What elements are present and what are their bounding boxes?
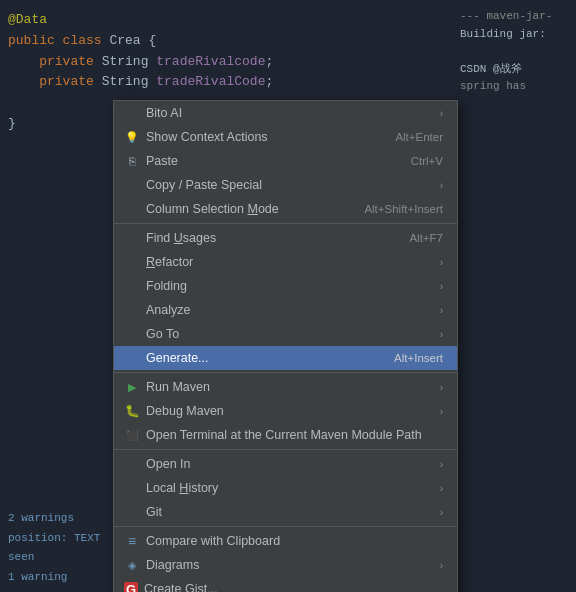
separator-1 <box>114 223 457 224</box>
code-editor: @Data public class Crea { private String… <box>0 0 120 145</box>
compare-icon: ≡ <box>124 533 140 549</box>
open-in-arrow: › <box>440 459 443 470</box>
code-line-5 <box>8 93 112 114</box>
local-history-arrow: › <box>440 483 443 494</box>
column-shortcut: Alt+Shift+Insert <box>364 203 443 215</box>
debug-maven-arrow: › <box>440 406 443 417</box>
menu-item-bito-ai[interactable]: Bito AI › <box>114 101 457 125</box>
paste-shortcut: Ctrl+V <box>411 155 443 167</box>
copy-paste-icon <box>124 177 140 193</box>
code-line-3: private String tradeRivalcode; <box>8 52 112 73</box>
find-usages-label: Find Usages <box>146 231 216 245</box>
folding-label: Folding <box>146 279 187 293</box>
menu-item-column-selection[interactable]: Column Selection Mode Alt+Shift+Insert <box>114 197 457 221</box>
refactor-icon <box>124 254 140 270</box>
paste-label: Paste <box>146 154 178 168</box>
bito-ai-icon <box>124 105 140 121</box>
column-icon <box>124 201 140 217</box>
analyze-icon <box>124 302 140 318</box>
debug-maven-label: Debug Maven <box>146 404 224 418</box>
warning-count-2: 1 warning <box>8 568 112 588</box>
copy-paste-arrow: › <box>440 180 443 191</box>
local-history-icon <box>124 480 140 496</box>
context-menu: Bito AI › 💡 Show Context Actions Alt+Ent… <box>113 100 458 592</box>
build-line-2: Building jar: <box>460 26 572 44</box>
folding-arrow: › <box>440 281 443 292</box>
separator-4 <box>114 526 457 527</box>
separator-2 <box>114 372 457 373</box>
open-in-icon <box>124 456 140 472</box>
generate-shortcut: Alt+Insert <box>394 352 443 364</box>
find-usages-shortcut: Alt+F7 <box>409 232 443 244</box>
run-maven-arrow: › <box>440 382 443 393</box>
show-context-actions-label: Show Context Actions <box>146 130 268 144</box>
code-line-2: public class Crea { <box>8 31 112 52</box>
build-line-4: CSDN @战斧 <box>460 61 572 79</box>
menu-item-generate[interactable]: Generate... Alt+Insert <box>114 346 457 370</box>
git-icon <box>124 504 140 520</box>
menu-item-copy-paste-special[interactable]: Copy / Paste Special › <box>114 173 457 197</box>
code-line-4: private String tradeRivalCode; <box>8 72 112 93</box>
menu-item-run-maven[interactable]: ▶ Run Maven › <box>114 375 457 399</box>
menu-item-local-history[interactable]: Local History › <box>114 476 457 500</box>
terminal-icon: ⬛ <box>124 427 140 443</box>
menu-item-debug-maven[interactable]: 🐛 Debug Maven › <box>114 399 457 423</box>
build-output-panel: --- maven-jar- Building jar: CSDN @战斧 sp… <box>456 0 576 592</box>
separator-3 <box>114 449 457 450</box>
compare-clipboard-label: Compare with Clipboard <box>146 534 280 548</box>
build-line-1: --- maven-jar- <box>460 8 572 26</box>
paste-icon: ⎘ <box>124 153 140 169</box>
show-context-actions-shortcut: Alt+Enter <box>395 131 443 143</box>
refactor-label: Refactor <box>146 255 193 269</box>
debug-maven-icon: 🐛 <box>124 403 140 419</box>
build-line-5: spring has <box>460 78 572 96</box>
menu-item-find-usages[interactable]: Find Usages Alt+F7 <box>114 226 457 250</box>
refactor-arrow: › <box>440 257 443 268</box>
analyze-arrow: › <box>440 305 443 316</box>
find-icon <box>124 230 140 246</box>
gist-red-icon: G <box>124 582 138 592</box>
run-maven-icon: ▶ <box>124 379 140 395</box>
analyze-label: Analyze <box>146 303 190 317</box>
cursor-position: position: TEXT seen <box>8 529 112 569</box>
code-line-1: @Data <box>8 10 112 31</box>
column-selection-label: Column Selection Mode <box>146 202 279 216</box>
diagrams-icon: ◈ <box>124 557 140 573</box>
status-bar: 2 warnings position: TEXT seen 1 warning <box>0 505 120 592</box>
menu-item-show-context-actions[interactable]: 💡 Show Context Actions Alt+Enter <box>114 125 457 149</box>
open-terminal-label: Open Terminal at the Current Maven Modul… <box>146 428 422 442</box>
generate-icon <box>124 350 140 366</box>
menu-item-open-terminal[interactable]: ⬛ Open Terminal at the Current Maven Mod… <box>114 423 457 447</box>
menu-item-git[interactable]: Git › <box>114 500 457 524</box>
code-line-6: } <box>8 114 112 135</box>
create-gist-red-label: Create Gist... <box>144 582 218 592</box>
copy-paste-label: Copy / Paste Special <box>146 178 262 192</box>
menu-item-go-to[interactable]: Go To › <box>114 322 457 346</box>
menu-item-folding[interactable]: Folding › <box>114 274 457 298</box>
build-line-3 <box>460 43 572 61</box>
goto-arrow: › <box>440 329 443 340</box>
menu-item-diagrams[interactable]: ◈ Diagrams › <box>114 553 457 577</box>
generate-label: Generate... <box>146 351 209 365</box>
bito-ai-arrow: › <box>440 108 443 119</box>
open-in-label: Open In <box>146 457 190 471</box>
go-to-label: Go To <box>146 327 179 341</box>
git-label: Git <box>146 505 162 519</box>
menu-item-create-gist-red[interactable]: G Create Gist... <box>114 577 457 592</box>
bulb-icon: 💡 <box>124 129 140 145</box>
menu-item-refactor[interactable]: Refactor › <box>114 250 457 274</box>
local-history-label: Local History <box>146 481 218 495</box>
menu-item-analyze[interactable]: Analyze › <box>114 298 457 322</box>
bito-ai-label: Bito AI <box>146 106 182 120</box>
run-maven-label: Run Maven <box>146 380 210 394</box>
warning-count: 2 warnings <box>8 509 112 529</box>
menu-item-compare-clipboard[interactable]: ≡ Compare with Clipboard <box>114 529 457 553</box>
goto-icon <box>124 326 140 342</box>
diagrams-arrow: › <box>440 560 443 571</box>
menu-item-open-in[interactable]: Open In › <box>114 452 457 476</box>
diagrams-label: Diagrams <box>146 558 200 572</box>
folding-icon <box>124 278 140 294</box>
git-arrow: › <box>440 507 443 518</box>
menu-item-paste[interactable]: ⎘ Paste Ctrl+V <box>114 149 457 173</box>
